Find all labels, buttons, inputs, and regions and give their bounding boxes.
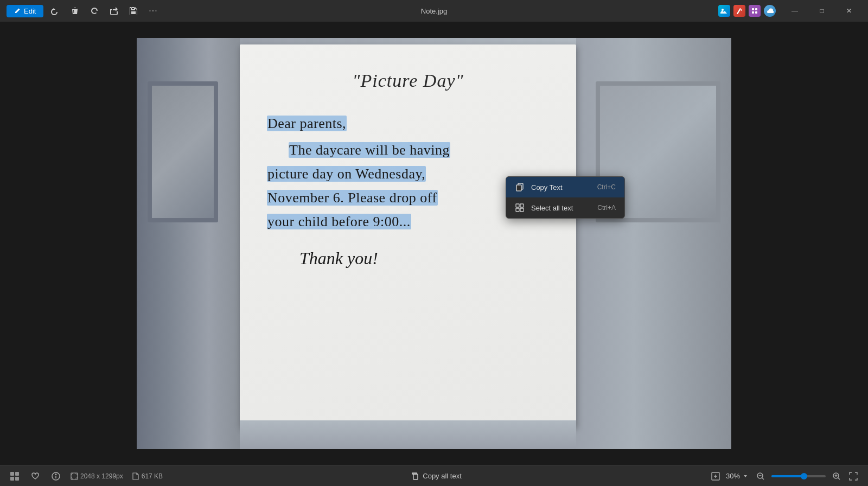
window-title: Note.jpg: [421, 7, 447, 15]
photos-app-icon[interactable]: [718, 5, 730, 17]
select-all-shortcut: Ctrl+A: [597, 204, 616, 212]
note-paper: "Picture Day" Dear parents, The daycare …: [240, 44, 576, 427]
fit-to-window-icon: [711, 471, 720, 481]
onedrive-app-icon[interactable]: [764, 5, 776, 17]
select-all-icon: [515, 203, 525, 213]
door-top-strip: [240, 38, 576, 44]
highlighted-text-5: your child before 9:00...: [267, 214, 411, 229]
copy-all-icon: [411, 472, 419, 481]
photos-inner-icon: [720, 7, 728, 15]
zoom-out-button[interactable]: [754, 470, 767, 483]
share-icon: [110, 7, 118, 15]
more-button[interactable]: ···: [145, 3, 161, 18]
titlebar: Edit ···: [0, 0, 868, 22]
filesize-icon: [132, 472, 139, 480]
svg-rect-18: [71, 473, 78, 479]
svg-rect-7: [516, 204, 519, 207]
note-image: "Picture Day" Dear parents, The daycare …: [137, 38, 731, 449]
highlighted-text-1: Dear parents,: [267, 116, 347, 131]
chevron-down-icon: [743, 474, 748, 479]
statusbar: 2048 x 1299px 617 KB Copy all text 30%: [0, 465, 868, 486]
svg-point-0: [722, 9, 724, 11]
svg-rect-9: [516, 208, 519, 212]
svg-rect-19: [413, 474, 418, 479]
note-line-1: Dear parents,: [267, 112, 549, 136]
copy-text-menu-item[interactable]: Copy Text Ctrl+C: [506, 177, 624, 197]
zoom-slider-container[interactable]: [771, 475, 826, 477]
highlighted-text-2: The daycare will be having: [289, 142, 450, 158]
fullscreen-icon: [849, 472, 858, 481]
close-icon: ✕: [846, 7, 852, 15]
note-content: "Picture Day" Dear parents, The daycare …: [240, 44, 576, 295]
door-right-panel: [569, 38, 731, 449]
delete-button[interactable]: [67, 3, 82, 18]
paint-app-icon[interactable]: [733, 5, 745, 17]
minimize-icon: —: [792, 7, 798, 15]
image-container[interactable]: "Picture Day" Dear parents, The daycare …: [137, 38, 731, 449]
svg-rect-6: [516, 185, 521, 191]
delete-icon: [71, 7, 79, 15]
title-text: Note.jpg: [421, 7, 447, 15]
more-icon: ···: [149, 6, 157, 16]
info-icon: [51, 471, 61, 481]
copy-icon: [515, 182, 525, 192]
zoom-in-icon: [832, 472, 841, 481]
zoom-control-group: 30%: [726, 470, 750, 482]
undo-button[interactable]: [48, 3, 63, 18]
highlighted-text-4: November 6. Please drop off: [267, 190, 438, 206]
copy-all-text-button[interactable]: Copy all text: [406, 470, 466, 483]
undo-icon: [51, 7, 60, 15]
door-left-panel: [137, 38, 240, 449]
image-dimensions: 2048 x 1299px: [71, 472, 123, 480]
select-all-label: Select all text: [531, 204, 591, 212]
fit-to-window-button[interactable]: [710, 470, 722, 482]
svg-line-22: [762, 477, 764, 479]
main-image-area: "Picture Day" Dear parents, The daycare …: [0, 22, 868, 465]
info-button[interactable]: [50, 470, 62, 482]
zoom-in-button[interactable]: [830, 470, 843, 483]
svg-rect-4: [755, 11, 757, 14]
zoom-dropdown-button[interactable]: [741, 470, 750, 482]
door-bottom-strip: [240, 420, 576, 449]
svg-rect-10: [520, 208, 524, 212]
save-button[interactable]: [126, 3, 141, 18]
purple-app-icon[interactable]: [749, 5, 761, 17]
share-button[interactable]: [106, 3, 122, 18]
svg-line-25: [838, 477, 840, 479]
onedrive-inner-icon: [766, 7, 774, 15]
zoom-slider-thumb[interactable]: [801, 473, 807, 479]
svg-rect-14: [15, 477, 19, 481]
svg-rect-11: [10, 472, 14, 476]
rotate-button[interactable]: [87, 3, 102, 18]
favorites-button[interactable]: [29, 470, 41, 482]
edit-button[interactable]: Edit: [7, 5, 43, 17]
close-button[interactable]: ✕: [837, 2, 861, 20]
note-title: "Picture Day": [267, 66, 549, 95]
fullscreen-button[interactable]: [847, 470, 859, 482]
svg-rect-13: [10, 477, 14, 481]
minimize-button[interactable]: —: [782, 2, 807, 20]
rotate-icon: [90, 7, 99, 15]
panels-icon: [10, 471, 20, 481]
panels-button[interactable]: [9, 470, 21, 482]
svg-rect-1: [752, 8, 754, 10]
svg-point-17: [55, 474, 56, 475]
filesize-text: 617 KB: [142, 472, 163, 480]
select-all-menu-item[interactable]: Select all text Ctrl+A: [506, 197, 624, 218]
statusbar-center: Copy all text: [406, 470, 466, 483]
svg-rect-3: [752, 11, 754, 14]
zoom-slider[interactable]: [771, 475, 826, 477]
zoom-level-text: 30%: [726, 472, 740, 480]
zoom-out-icon: [756, 472, 765, 481]
heart-icon: [30, 471, 40, 481]
titlebar-right: — □ ✕: [718, 2, 861, 20]
edit-label: Edit: [24, 7, 36, 15]
statusbar-left: 2048 x 1299px 617 KB: [9, 470, 163, 482]
titlebar-left: Edit ···: [7, 3, 161, 18]
maximize-button[interactable]: □: [809, 2, 834, 20]
context-menu: Copy Text Ctrl+C Select all text Ctrl+A: [506, 176, 625, 219]
copy-text-label: Copy Text: [531, 183, 591, 191]
zoom-slider-fill: [771, 475, 804, 477]
highlighted-text-3: picture day on Wednesday,: [267, 166, 426, 182]
dimensions-text: 2048 x 1299px: [80, 472, 123, 480]
